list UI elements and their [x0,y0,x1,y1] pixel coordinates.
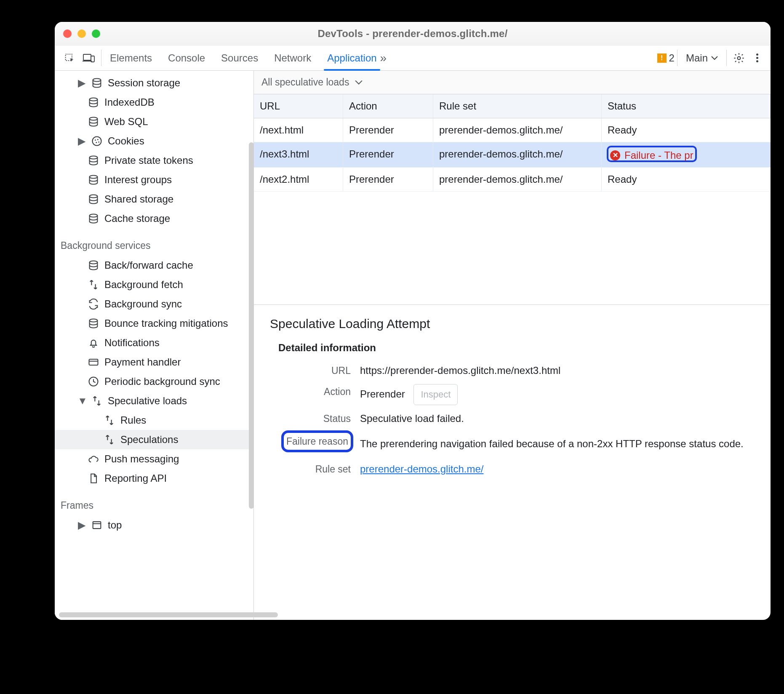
detail-action-label: Action [267,384,351,399]
tab-network[interactable]: Network [272,45,313,70]
issues-counter[interactable]: ! 2 [657,45,675,70]
expand-toggle-icon[interactable]: ▼ [77,395,86,407]
status-cell: ✕Failure - The pr [602,142,771,167]
sidebar-item-label: Speculations [120,434,178,446]
table-row[interactable]: /next3.htmlPrerenderprerender-demos.glit… [254,142,771,168]
sidebar-item-indexeddb[interactable]: IndexedDB [55,93,253,112]
sidebar-scrollbar[interactable] [249,142,254,509]
sidebar-horizontal-scrollbar[interactable] [59,612,278,617]
column-action[interactable]: Action [343,94,433,118]
chevron-down-icon [355,80,363,85]
tab-application[interactable]: Application [325,45,378,70]
fetch-icon [88,279,99,291]
sidebar-item-speculative-loads[interactable]: ▼Speculative loads [55,391,253,411]
sidebar-item-cookies[interactable]: ▶Cookies [55,131,253,151]
fetch-icon [104,434,115,446]
sidebar-item-shared-storage[interactable]: Shared storage [55,190,253,209]
sidebar-item-label: IndexedDB [104,96,155,108]
expand-toggle-icon[interactable]: ▶ [77,519,86,531]
tab-console[interactable]: Console [166,45,207,70]
doc-icon [88,472,99,484]
detail-failure-value: The prerendering navigation failed becau… [360,432,758,456]
zoom-window-button[interactable] [92,29,100,38]
issues-count: 2 [669,52,675,64]
sidebar-item-bounce-tracking-mitigations[interactable]: Bounce tracking mitigations [55,314,253,333]
sidebar-item-label: Back/forward cache [104,259,193,271]
detail-url-label: URL [267,363,351,378]
sidebar-item-label: Rules [120,414,146,426]
sidebar-item-label: Payment handler [104,356,181,368]
sidebar-item-reporting-api[interactable]: Reporting API [55,469,253,488]
close-window-button[interactable] [63,29,72,38]
clock-icon [88,376,99,387]
speculations-table: URLActionRule setStatus /next.htmlPreren… [254,94,771,305]
detail-status-value: Speculative load failed. [360,411,758,426]
titlebar: DevTools - prerender-demos.glitch.me/ [55,22,771,45]
table-cell: prerender-demos.glitch.me/ [433,118,602,142]
sidebar-item-top[interactable]: ▶top [55,515,253,535]
cloud-icon [88,453,99,465]
sidebar-item-label: Cookies [108,135,144,147]
column-status[interactable]: Status [602,94,771,118]
detail-ruleset-label: Rule set [267,462,351,477]
error-icon: ✕ [610,150,620,160]
sidebar-item-label: Bounce tracking mitigations [104,318,228,329]
card-icon [88,356,99,368]
tabs-overflow-button[interactable]: » [379,45,389,70]
sidebar-item-periodic-background-sync[interactable]: Periodic background sync [55,372,253,391]
minimize-window-button[interactable] [77,29,86,38]
detail-action-value: Prerender Inspect [360,384,758,405]
sidebar-item-session-storage[interactable]: ▶Session storage [55,73,253,93]
settings-icon[interactable] [729,45,749,70]
target-label: Main [686,52,708,64]
db-icon [88,96,99,108]
table-row[interactable]: /next2.htmlPrerenderprerender-demos.glit… [254,168,771,192]
table-cell: Prerender [343,168,433,191]
sidebar-item-background-fetch[interactable]: Background fetch [55,275,253,294]
status-cell: Ready [602,168,771,191]
expand-toggle-icon[interactable]: ▶ [77,77,86,89]
db-icon [88,259,99,271]
expand-toggle-icon[interactable]: ▶ [77,135,86,147]
db-icon [88,318,99,329]
target-selector[interactable]: Main [680,45,724,70]
bell-icon [88,337,99,349]
sidebar-item-interest-groups[interactable]: Interest groups [55,170,253,190]
sidebar-item-label: Interest groups [104,174,172,186]
db-icon [88,116,99,128]
window-controls [63,22,100,45]
tab-elements[interactable]: Elements [108,45,154,70]
svg-rect-1 [83,54,91,60]
sidebar-group-background-services: Background services [55,228,253,256]
window-title: DevTools - prerender-demos.glitch.me/ [55,28,771,40]
table-cell: prerender-demos.glitch.me/ [433,168,602,191]
details-section-title: Detailed information [278,342,758,354]
column-url[interactable]: URL [254,94,343,118]
sidebar-item-rules[interactable]: Rules [55,411,253,430]
frame-icon [91,519,103,531]
inspect-element-icon[interactable] [60,45,79,70]
speculations-filter-bar[interactable]: All speculative loads [254,71,771,94]
table-row[interactable]: /next.htmlPrerenderprerender-demos.glitc… [254,118,771,142]
sidebar-item-push-messaging[interactable]: Push messaging [55,449,253,469]
sidebar-item-web-sql[interactable]: Web SQL [55,112,253,131]
sidebar-item-label: Speculative loads [108,395,187,407]
sidebar-item-cache-storage[interactable]: Cache storage [55,209,253,228]
ruleset-link[interactable]: prerender-demos.glitch.me/ [360,463,483,475]
sidebar-item-speculations[interactable]: Speculations [55,430,253,449]
more-options-icon[interactable] [749,45,765,70]
device-toolbar-icon[interactable] [79,45,99,70]
column-rule-set[interactable]: Rule set [433,94,602,118]
inspect-button[interactable]: Inspect [413,384,458,405]
sidebar-item-background-sync[interactable]: Background sync [55,294,253,314]
tab-sources[interactable]: Sources [219,45,260,70]
sidebar-item-label: Reporting API [104,472,167,484]
devtools-tabbar: ElementsConsoleSourcesNetworkApplication… [55,45,771,71]
table-cell: prerender-demos.glitch.me/ [433,142,602,167]
sidebar-item-notifications[interactable]: Notifications [55,333,253,352]
sidebar-item-private-state-tokens[interactable]: Private state tokens [55,151,253,170]
sidebar-item-payment-handler[interactable]: Payment handler [55,352,253,372]
warning-icon: ! [657,53,667,63]
sidebar-item-back-forward-cache[interactable]: Back/forward cache [55,256,253,275]
sidebar-item-label: Session storage [108,77,180,89]
